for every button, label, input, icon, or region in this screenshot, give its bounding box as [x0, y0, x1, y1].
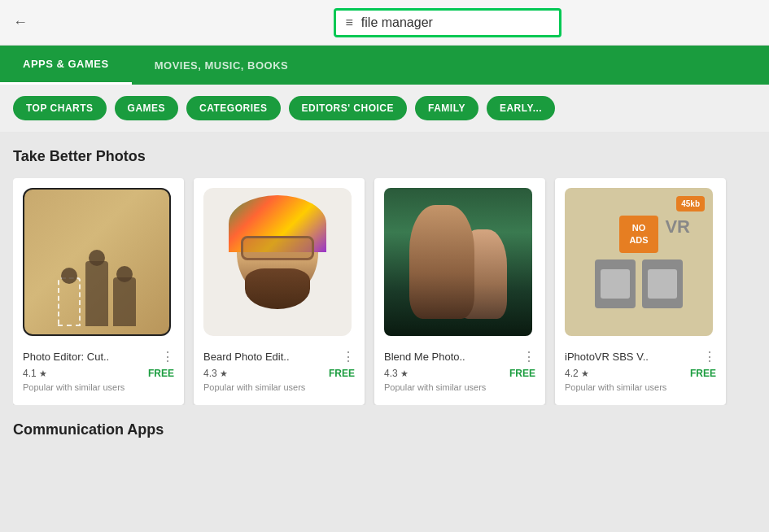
tab-apps-games[interactable]: APPS & GAMES: [0, 46, 132, 85]
blend-person-1: [409, 205, 474, 319]
star-icon-1: ★: [39, 368, 47, 379]
rating-iphoto-vr: 4.2 ★: [565, 368, 589, 379]
app-rating-row-3: 4.3 ★ FREE: [384, 368, 535, 379]
search-box: ≡: [334, 8, 561, 37]
app-info-beard-photo: Beard Photo Edit.. ⋮ 4.3 ★ FREE Popular …: [203, 346, 355, 395]
app-rating-row-1: 4.1 ★ FREE: [23, 368, 174, 379]
beard-head: [237, 199, 318, 297]
figure-3: [113, 277, 136, 326]
app-name-blend-me: Blend Me Photo..: [384, 351, 465, 363]
more-icon-4[interactable]: ⋮: [703, 349, 716, 364]
rating-photo-editor: 4.1 ★: [23, 368, 47, 379]
hamburger-icon[interactable]: ≡: [346, 15, 353, 30]
vr-text-label: VR: [665, 216, 690, 238]
app-name-iphoto-vr: iPhotoVR SBS V..: [565, 351, 649, 363]
app-rating-row-2: 4.3 ★ FREE: [203, 368, 355, 379]
app-name-row-3: Blend Me Photo.. ⋮: [384, 349, 535, 364]
more-icon-1[interactable]: ⋮: [161, 349, 174, 364]
vr-cards: [595, 259, 683, 308]
app-name-row-1: Photo Editor: Cut.. ⋮: [23, 349, 174, 364]
app-name-row-2: Beard Photo Edit.. ⋮: [203, 349, 355, 364]
app-thumbnail-photo-editor: [23, 188, 171, 336]
figure-1: [58, 277, 81, 326]
beard-glasses: [241, 236, 314, 260]
popular-photo-editor: Popular with similar users: [23, 382, 174, 392]
app-name-photo-editor: Photo Editor: Cut..: [23, 351, 109, 363]
price-iphoto-vr: FREE: [690, 368, 716, 379]
vr-size-badge: 45kb: [676, 196, 705, 211]
popular-iphoto-vr: Popular with similar users: [565, 382, 716, 392]
app-rating-row-4: 4.2 ★ FREE: [565, 368, 716, 379]
rating-beard-photo: 4.3 ★: [203, 368, 228, 379]
pill-early-access[interactable]: EARLY...: [487, 96, 555, 120]
popular-beard-photo: Popular with similar users: [203, 382, 355, 392]
vr-card-inner-left: [601, 269, 630, 299]
pill-editors-choice[interactable]: EDITORS' CHOICE: [289, 96, 407, 120]
vr-card-right: [642, 259, 683, 308]
app-name-row-4: iPhotoVR SBS V.. ⋮: [565, 349, 716, 364]
no-ads-badge: NOADS: [619, 216, 658, 254]
pill-family[interactable]: FAMILY: [415, 96, 478, 120]
back-button[interactable]: ←: [13, 14, 28, 31]
figure-2: [85, 261, 108, 326]
pill-top-charts[interactable]: TOP CHARTS: [13, 96, 107, 120]
vr-card-inner-right: [648, 269, 677, 299]
main-content: Take Better Photos Photo Editor: Cut.. ⋮…: [0, 132, 769, 455]
section-title-photos: Take Better Photos: [13, 148, 756, 165]
price-beard-photo: FREE: [329, 368, 355, 379]
app-cards-row: Photo Editor: Cut.. ⋮ 4.1 ★ FREE Popular…: [13, 178, 756, 405]
app-info-iphoto-vr: iPhotoVR SBS V.. ⋮ 4.2 ★ FREE Popular wi…: [565, 346, 716, 395]
app-card-iphoto-vr: 45kb NOADS VR iPhotoVR SBS V.. ⋮: [555, 178, 726, 405]
nav-bar: APPS & GAMES MOVIES, MUSIC, BOOKS: [0, 46, 769, 85]
thumbnail-figures: [58, 261, 136, 334]
star-icon-2: ★: [220, 368, 228, 379]
tab-movies[interactable]: MOVIES, MUSIC, BOOKS: [132, 46, 312, 85]
beard-face: [225, 199, 330, 325]
app-thumbnail-blend-me: [384, 188, 532, 336]
star-icon-4: ★: [581, 368, 589, 379]
rating-blend-me: 4.3 ★: [384, 368, 409, 379]
popular-blend-me: Popular with similar users: [384, 382, 535, 392]
app-card-beard-photo: Beard Photo Edit.. ⋮ 4.3 ★ FREE Popular …: [194, 178, 365, 405]
pill-categories[interactable]: CATEGORIES: [186, 96, 280, 120]
star-icon-3: ★: [400, 368, 409, 379]
beard-beard: [245, 268, 310, 309]
price-blend-me: FREE: [509, 368, 535, 379]
app-card-blend-me: Blend Me Photo.. ⋮ 4.3 ★ FREE Popular wi…: [374, 178, 545, 405]
app-name-beard-photo: Beard Photo Edit..: [203, 351, 290, 363]
app-thumbnail-iphoto-vr: 45kb NOADS VR: [565, 188, 713, 336]
section-title-communication: Communication Apps: [13, 421, 756, 438]
pill-games[interactable]: GAMES: [115, 96, 179, 120]
vr-card-left: [595, 259, 636, 308]
top-bar: ← ≡: [0, 0, 769, 46]
app-card-photo-editor: Photo Editor: Cut.. ⋮ 4.1 ★ FREE Popular…: [13, 178, 184, 405]
blend-figures: [409, 205, 507, 319]
app-info-photo-editor: Photo Editor: Cut.. ⋮ 4.1 ★ FREE Popular…: [23, 346, 174, 395]
more-icon-3[interactable]: ⋮: [522, 349, 535, 364]
price-photo-editor: FREE: [148, 368, 174, 379]
app-thumbnail-beard-photo: [203, 188, 352, 336]
pills-bar: TOP CHARTS GAMES CATEGORIES EDITORS' CHO…: [0, 85, 769, 132]
search-input[interactable]: [361, 15, 549, 30]
app-info-blend-me: Blend Me Photo.. ⋮ 4.3 ★ FREE Popular wi…: [384, 346, 535, 395]
more-icon-2[interactable]: ⋮: [342, 349, 355, 364]
